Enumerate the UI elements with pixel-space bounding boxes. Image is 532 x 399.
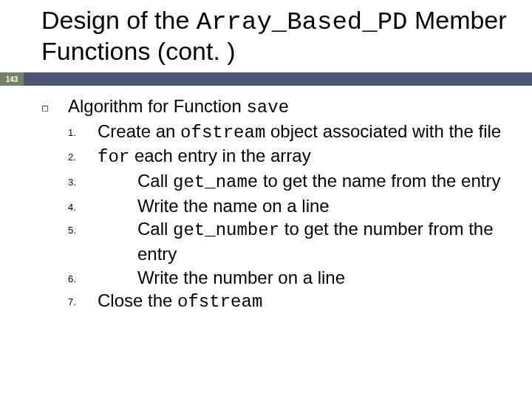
slide-body: ◻ Algorithm for Function save 1. Create … bbox=[41, 95, 514, 314]
step-text: Call get_name to get the name from the e… bbox=[98, 169, 514, 194]
algorithm-heading-row: ◻ Algorithm for Function save bbox=[41, 95, 514, 120]
step-row: 4. Write the name on a line bbox=[41, 194, 514, 218]
bullet-icon: ◻ bbox=[41, 95, 68, 120]
step-number: 7. bbox=[68, 289, 98, 314]
step-row: 7. Close the ofstream bbox=[41, 289, 514, 314]
title-code: Array_Based_PD bbox=[197, 8, 408, 36]
step-number: 5. bbox=[68, 217, 98, 265]
step-number: 1. bbox=[68, 120, 98, 145]
step-row: 1. Create an ofstream object associated … bbox=[41, 120, 514, 145]
algorithm-heading: Algorithm for Function save bbox=[68, 95, 514, 120]
step-text: Create an ofstream object associated wit… bbox=[98, 120, 514, 145]
slide-title: Design of the Array_Based_PD Member Func… bbox=[41, 6, 532, 66]
page-number-badge: 143 bbox=[0, 72, 24, 86]
step-text: Write the number on a line bbox=[98, 266, 514, 290]
step-row: 2. for each entry in the array bbox=[41, 144, 514, 169]
step-text: Write the name on a line bbox=[98, 194, 514, 218]
step-number: 2. bbox=[68, 144, 98, 169]
title-text-1: Design of the bbox=[41, 6, 197, 34]
step-row: 6. Write the number on a line bbox=[41, 266, 514, 290]
slide: Design of the Array_Based_PD Member Func… bbox=[0, 0, 532, 399]
step-text: Close the ofstream bbox=[98, 289, 514, 314]
accent-bar bbox=[0, 72, 532, 86]
title-area: Design of the Array_Based_PD Member Func… bbox=[0, 0, 532, 66]
step-number: 3. bbox=[68, 169, 98, 194]
step-number: 4. bbox=[68, 194, 98, 218]
step-row: 3. Call get_name to get the name from th… bbox=[41, 169, 514, 194]
step-row: 5. Call get_number to get the number fro… bbox=[41, 217, 514, 265]
page-number: 143 bbox=[6, 75, 18, 83]
step-number: 6. bbox=[68, 266, 98, 290]
step-text: for each entry in the array bbox=[98, 144, 514, 169]
step-text: Call get_number to get the number from t… bbox=[98, 217, 514, 265]
